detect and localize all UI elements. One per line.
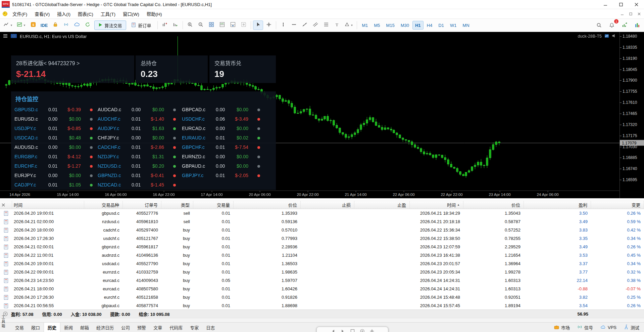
column-header-5[interactable]: 交易量 — [193, 201, 234, 209]
table-row[interactable]: 2026.04.20 17:26:30eurchf.c405121658buy0… — [0, 293, 644, 301]
floating-toolbar[interactable] — [316, 327, 388, 332]
toolbox-tab-文章[interactable]: 文章 — [150, 323, 166, 332]
column-header-9[interactable]: 时间▲ — [410, 201, 463, 209]
popup-box-icon[interactable] — [350, 329, 355, 332]
toolbox-tab-专家[interactable]: 专家 — [186, 323, 202, 332]
vline-tool-button[interactable] — [278, 20, 288, 30]
popup-right-icon[interactable] — [341, 329, 345, 332]
timeframe-m1-button[interactable]: M1 — [359, 21, 370, 30]
toolbox-tab-日志[interactable]: 日志 — [202, 323, 218, 332]
refresh-button[interactable] — [83, 20, 93, 30]
toolbox-tab-公司[interactable]: 公司 — [117, 323, 134, 332]
window-maximize-button[interactable] — [613, 0, 629, 9]
table-row[interactable]: 2026.04.21 02:00:00nzdusd.c405961810sell… — [0, 217, 644, 226]
status-vps[interactable]: VPS — [600, 325, 616, 330]
trendline-tool-button[interactable] — [300, 20, 310, 30]
window-minimize-button[interactable] — [598, 0, 613, 9]
column-header-8[interactable]: 止盈 — [354, 201, 410, 209]
notifications-button[interactable]: 1 — [607, 20, 617, 30]
doc-close-button[interactable] — [638, 11, 641, 17]
table-row[interactable]: 2026.04.20 19:00:01usdcad.c405527790buy0… — [0, 259, 644, 268]
column-header-1[interactable]: 时间 — [12, 201, 84, 209]
toolbox-tab-代码库[interactable]: 代码库 — [166, 323, 186, 332]
menu-item-2[interactable]: 查看(V) — [31, 9, 53, 18]
status-market[interactable]: 市场 — [554, 324, 570, 331]
table-row[interactable]: 2026.04.22 09:00:01eurnzd.c410332759buy0… — [0, 268, 644, 276]
column-header-2[interactable]: 交易品种 — [84, 201, 123, 209]
menu-item-3[interactable]: 插入(I) — [53, 9, 74, 18]
column-header-3[interactable]: 订单号 — [123, 201, 161, 209]
table-row[interactable]: 2026.04.20 18:00:00cadchf.c405297400buy0… — [0, 226, 644, 234]
text-tool-button[interactable]: T — [332, 20, 342, 30]
toolbox-tab-新闻[interactable]: 新闻 — [60, 323, 77, 332]
doc-minimize-button[interactable] — [621, 11, 624, 17]
cloud-button[interactable] — [72, 20, 82, 30]
toolbox-tab-敞口[interactable]: 敞口 — [28, 323, 44, 332]
scroll-strip[interactable] — [0, 318, 644, 322]
indicator-window-button[interactable] — [217, 20, 227, 30]
column-header-6[interactable]: 价位 — [234, 201, 301, 209]
symbols-button[interactable]: $ — [28, 20, 38, 30]
search-button[interactable] — [594, 20, 604, 30]
toolbox-close-button[interactable] — [0, 201, 12, 209]
lock-button[interactable] — [50, 20, 60, 30]
chart-shift-button[interactable] — [160, 20, 170, 30]
zoom-out-button[interactable] — [196, 20, 206, 30]
time-axis[interactable]: 14 Apr 202615 Apr 14:0016 Apr 06:0016 Ap… — [0, 191, 620, 198]
menu-item-1[interactable]: 文件(F) — [9, 9, 31, 18]
status-signal[interactable]: 信号 — [577, 324, 593, 331]
price-axis[interactable]: 1.184801.183351.181901.180451.179001.177… — [620, 32, 644, 198]
speaker-icon[interactable] — [612, 34, 616, 39]
shapes-tool-button[interactable]: ▼ — [343, 20, 355, 30]
table-row[interactable]: 2026.04.20 17:26:30usdchf.c405121767buy0… — [0, 234, 644, 243]
table-row[interactable]: 2026.04.22 11:00:01audnzd.c410496136buy0… — [0, 251, 644, 259]
menu-item-4[interactable]: 图表(C) — [74, 9, 97, 18]
popup-target-icon[interactable] — [370, 329, 374, 332]
menu-item-5[interactable]: 工具(T) — [97, 9, 119, 18]
timeframe-m5-button[interactable]: M5 — [371, 21, 383, 30]
menu-item-7[interactable]: 帮助(H) — [143, 9, 166, 18]
column-header-7[interactable]: 止损 — [301, 201, 354, 209]
fibonacci-tool-button[interactable] — [321, 20, 331, 30]
timeframe-m15-button[interactable]: M15 — [384, 21, 397, 30]
popup-left-icon[interactable] — [331, 329, 335, 332]
chart-type-button[interactable]: ▼ — [2, 20, 14, 30]
timeframe-h4-button[interactable]: H4 — [424, 21, 435, 30]
algo-trading-button[interactable]: 算法交易 — [94, 20, 126, 30]
ide-button[interactable]: IDE — [39, 20, 50, 30]
market-watch-toggle-button[interactable] — [632, 20, 642, 30]
table-row[interactable]: 2026.04.21 02:00:01gbpnzd.c405961817buy0… — [0, 243, 644, 251]
chart-area[interactable]: EURUSD.c, H1: Euro vs US Dollar duck-28B… — [0, 32, 644, 198]
toolbox-tab-历史[interactable]: 历史 — [44, 323, 60, 332]
channel-tool-button[interactable] — [310, 20, 320, 30]
table-row[interactable]: 2026.04.23 14:23:50eurcad.c414009043buy0… — [0, 276, 644, 285]
chart-menu-icon[interactable] — [3, 33, 8, 39]
snapshot-button[interactable] — [239, 20, 249, 30]
column-header-11[interactable]: 盈利 — [524, 201, 591, 209]
status-test[interactable]: 测试 — [624, 324, 639, 331]
window-close-button[interactable] — [629, 0, 644, 9]
toolbox-tab-交易[interactable]: 交易 — [11, 323, 28, 332]
hline-tool-button[interactable] — [289, 20, 299, 30]
timeframe-h1-button[interactable]: H1 — [412, 21, 424, 30]
broadcast-button[interactable] — [61, 20, 71, 30]
column-header-10[interactable]: 价位 — [463, 201, 524, 209]
tile-windows-button[interactable] — [206, 20, 216, 30]
publish-chart-button[interactable] — [620, 20, 630, 30]
cursor-tool-button[interactable] — [253, 20, 263, 30]
new-order-button[interactable]: 新订单 — [128, 20, 155, 30]
mini-chart-icon[interactable] — [604, 34, 609, 39]
timeframe-w1-button[interactable]: W1 — [447, 21, 459, 30]
toolbox-tab-邮箱[interactable]: 邮箱 — [77, 323, 93, 332]
doc-restore-button[interactable] — [629, 11, 632, 17]
timeframe-m30-button[interactable]: M30 — [398, 21, 412, 30]
table-row[interactable]: 2026.04.21 00:56:55gbpaud.c405877574buy0… — [0, 301, 644, 310]
column-header-4[interactable]: 类型 — [161, 201, 193, 209]
table-row[interactable]: 2026.04.21 18:00:00eurcad.c408507580buy0… — [0, 285, 644, 293]
zoom-in-button[interactable] — [185, 20, 195, 30]
toolbox-tab-经济日历[interactable]: 经济日历 — [93, 323, 117, 332]
add-indicator-window-button[interactable] — [228, 20, 238, 30]
popup-add-icon[interactable] — [360, 329, 364, 332]
menu-item-6[interactable]: 窗口(W) — [119, 9, 143, 18]
crosshair-tool-button[interactable] — [264, 20, 274, 30]
